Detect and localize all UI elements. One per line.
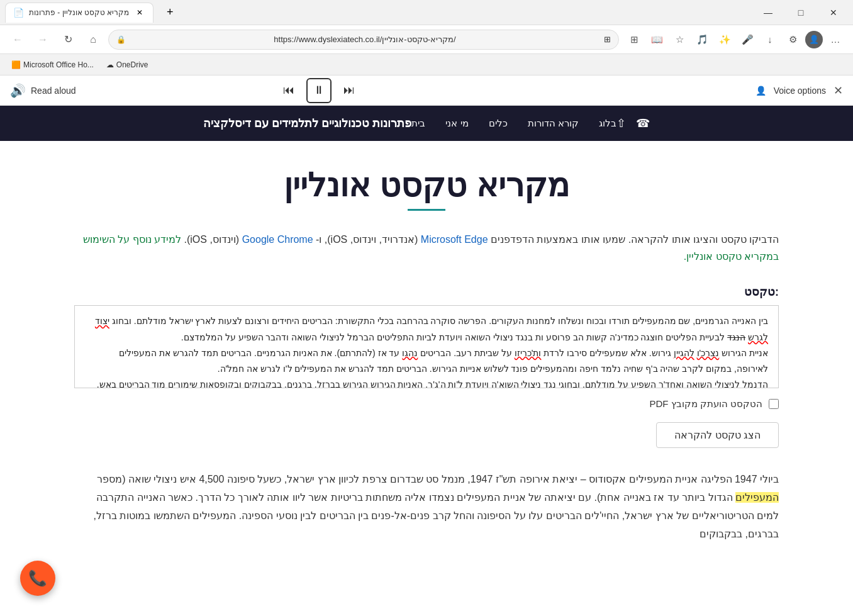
site-brand: פתרונות טכנולוגיים לתלמידים עם דיסלקציה xyxy=(203,116,411,130)
onedrive-icon: ☁ xyxy=(106,60,114,69)
nav-link-tools[interactable]: כלים xyxy=(489,118,508,129)
section-label: :טקסט xyxy=(74,285,779,299)
pdf-checkbox-label: הטקסט הועתק מקובץ PDF xyxy=(649,398,762,410)
refresh-button[interactable]: ↻ xyxy=(58,30,78,50)
back-button[interactable]: ← xyxy=(8,30,28,50)
main-content: מקריא טקסט אונליין הדביקו טקסט והציגו או… xyxy=(24,141,829,576)
intro-text-before-edge: הדביקו טקסט והציגו אותו להקראה. שמעו אות… xyxy=(488,234,779,245)
read-aloud-play-button[interactable]: ⏸ xyxy=(306,78,332,103)
phone-fab-icon: 📞 xyxy=(28,569,47,587)
intro-paragraph: הדביקו טקסט והציגו אותו להקראה. שמעו אות… xyxy=(74,231,779,265)
toolbar-icons: ⊞ 📖 ☆ 🎵 ✨ 🎤 ↓ ⚙ 👤 … xyxy=(624,30,845,50)
text-box-scroll[interactable]: בין האנייה הגרמניים, שם מהמעפילים תורדו … xyxy=(75,306,778,388)
collections-icon[interactable]: 🎵 xyxy=(692,30,712,50)
nav-link-about[interactable]: מי אני xyxy=(445,118,468,129)
read-aloud-icon: 🔊 xyxy=(10,83,26,98)
save-icon[interactable]: ↓ xyxy=(760,30,780,50)
strikethrough-word-1: הנגד xyxy=(727,332,745,342)
article-paragraph: ביולי 1947 הפליגה אניית המעפילים אקסודוס… xyxy=(74,471,779,543)
read-aloud-left: 🔊 Read aloud xyxy=(10,83,76,98)
url-copy-icon: ⊞ xyxy=(604,35,611,44)
read-aloud-prev-button[interactable]: ⏮ xyxy=(279,81,299,101)
bookmark-onedrive[interactable]: ☁ OneDrive xyxy=(103,59,152,70)
favorites-icon[interactable]: ☆ xyxy=(669,30,689,50)
settings-icon[interactable]: ⚙ xyxy=(783,30,803,50)
url-bar[interactable]: 🔒 https://www.dyslexiatech.co.il/מקריא-ט… xyxy=(108,30,619,50)
profile-icon[interactable]: 👤 xyxy=(805,31,823,48)
site-nav-links: בלוג קורא הדורות כלים מי אני בית xyxy=(411,118,616,129)
nav-link-generations[interactable]: קורא הדורות xyxy=(528,118,579,129)
pdf-checkbox-row: הטקסט הועתק מקובץ PDF xyxy=(74,398,779,410)
google-chrome-link[interactable]: Google Chrome xyxy=(242,234,313,245)
text-content-p3: הדנמל לניצולי השואה ואחד'ר השפיע על מודל… xyxy=(85,377,768,388)
underlined-word-1: יצוד xyxy=(95,316,109,326)
read-aloud-controls: ⏮ ⏸ ⏭ xyxy=(279,78,359,103)
text-content-p1: בין האנייה הגרמניים, שם מהמעפילים תורדו … xyxy=(85,313,768,345)
read-aloud-right: 👤 Voice options ✕ xyxy=(755,84,843,98)
underlined-word-3: נצרכ'ו xyxy=(697,348,720,358)
article-section: ביולי 1947 הפליגה אניית המעפילים אקסודוס… xyxy=(74,471,779,543)
read-aloud-label: Read aloud xyxy=(31,86,76,96)
intro-text-after-chrome: (וינדוס, iOS). xyxy=(181,234,239,245)
page-title: מקריא טקסט אונליין xyxy=(74,166,779,204)
voice-options-label[interactable]: Voice options xyxy=(774,86,826,96)
copilot-icon[interactable]: ✨ xyxy=(715,30,735,50)
bookmark-office-label: Microsoft Office Ho... xyxy=(23,60,94,69)
intro-text-mid: (אנדרויד, וינדוס, iOS), ו- xyxy=(313,234,418,245)
article-text-before: ביולי 1947 הפליגה אניית המעפילים אקסודוס… xyxy=(97,474,779,484)
highlighted-word: המעפילים xyxy=(735,492,779,503)
read-aloud-close-button[interactable]: ✕ xyxy=(833,84,843,98)
microsoft-edge-link[interactable]: Microsoft Edge xyxy=(421,234,488,245)
site-navigation: ☎ ⇧ בלוג קורא הדורות כלים מי אני בית פתר… xyxy=(0,106,853,141)
bookmark-onedrive-label: OneDrive xyxy=(116,60,148,69)
nav-link-blog[interactable]: בלוג xyxy=(599,118,616,129)
share-nav-icon[interactable]: ⇧ xyxy=(616,116,626,130)
site-nav-icons: ☎ ⇧ xyxy=(616,116,650,130)
browser-tab[interactable]: 📄 מקריא טקסט אונליין - פתרונות ✕ xyxy=(5,3,153,23)
minimize-button[interactable]: — xyxy=(754,3,783,22)
read-aloud-bar: 🔊 Read aloud ⏮ ⏸ ⏭ 👤 Voice options ✕ xyxy=(0,76,853,106)
read-aloud-next-button[interactable]: ⏭ xyxy=(339,81,359,101)
underlined-word-5: ות'כריזו xyxy=(515,348,542,358)
tab-favicon: 📄 xyxy=(13,8,24,18)
extensions-icon[interactable]: ⊞ xyxy=(624,30,644,50)
show-text-button[interactable]: הצג טקסט להקראה xyxy=(656,422,779,448)
pdf-checkbox[interactable] xyxy=(769,399,779,409)
forward-button[interactable]: → xyxy=(33,30,53,50)
phone-fab-button[interactable]: 📞 xyxy=(20,561,55,596)
close-button[interactable]: ✕ xyxy=(819,3,848,22)
lock-icon: 🔒 xyxy=(116,35,126,44)
tab-close-button[interactable]: ✕ xyxy=(134,7,145,18)
window-controls: — □ ✕ xyxy=(754,3,848,22)
text-box-container[interactable]: בין האנייה הגרמניים, שם מהמעפילים תורדו … xyxy=(74,305,779,388)
phone-nav-icon[interactable]: ☎ xyxy=(636,116,650,130)
title-underline xyxy=(408,209,445,211)
voice-options-icon: 👤 xyxy=(755,86,766,96)
text-content-p2: אניית הגירוש נצרכ'ו להגיין גירוש. אלא שמ… xyxy=(85,345,768,377)
underlined-word-6: נהגו xyxy=(402,348,418,358)
office-icon: 🟧 xyxy=(11,60,21,69)
url-text: https://www.dyslexiatech.co.il/מקריא-טקס… xyxy=(131,35,599,44)
nav-link-home[interactable]: בית xyxy=(411,118,425,129)
address-bar: ← → ↻ ⌂ 🔒 https://www.dyslexiatech.co.il… xyxy=(0,25,853,54)
article-text-after: הגדול ביותר עד אז באנייה אחת). עם יציאתה… xyxy=(94,492,779,539)
bookmark-office[interactable]: 🟧 Microsoft Office Ho... xyxy=(8,59,98,70)
bookmarks-bar: 🟧 Microsoft Office Ho... ☁ OneDrive xyxy=(0,54,853,76)
immersive-reader-icon[interactable]: 📖 xyxy=(647,30,667,50)
title-bar: 📄 מקריא טקסט אונליין - פתרונות ✕ + — □ ✕ xyxy=(0,0,853,25)
underlined-word-2: לגרש xyxy=(748,332,768,342)
tab-title: מקריא טקסט אונליין - פתרונות xyxy=(29,8,129,17)
more-options-icon[interactable]: … xyxy=(825,30,845,50)
new-tab-button[interactable]: + xyxy=(161,4,179,21)
underlined-word-4: להגיין xyxy=(674,348,694,358)
microphone-icon[interactable]: 🎤 xyxy=(737,30,757,50)
maximize-button[interactable]: □ xyxy=(786,3,815,22)
home-button[interactable]: ⌂ xyxy=(83,30,103,50)
